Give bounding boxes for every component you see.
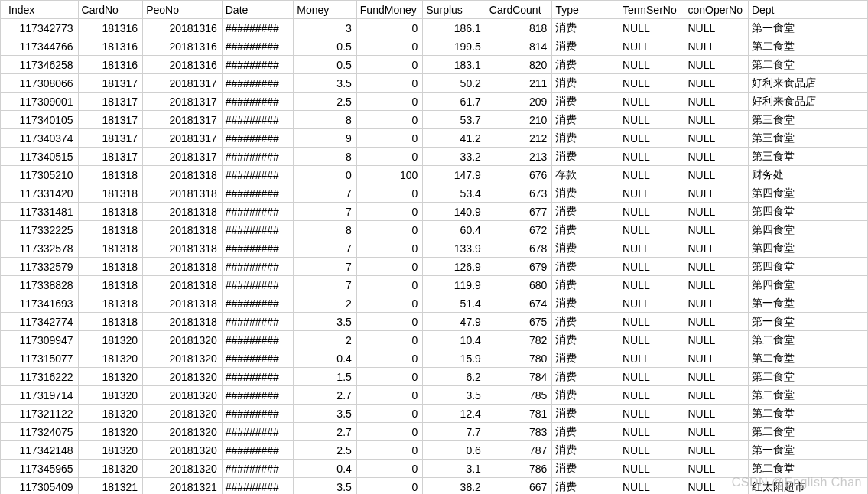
cell-date[interactable]: ######### [222,258,294,276]
cell-termserno[interactable]: NULL [619,405,684,423]
cell-termserno[interactable]: NULL [619,166,684,184]
cell-peono[interactable]: 20181320 [143,405,223,423]
cell-index[interactable]: 117315077 [5,349,79,368]
cell-fundmoney[interactable]: 0 [356,203,423,221]
cell-type[interactable]: 消费 [552,74,619,93]
cell-date[interactable]: ######### [222,423,294,441]
cell-money[interactable]: 2.7 [294,386,357,405]
cell-type[interactable]: 消费 [552,93,619,111]
cell-index[interactable]: 117344766 [5,37,79,56]
cell-index[interactable]: 117332225 [5,221,79,239]
cell-cardno[interactable]: 181320 [78,405,143,423]
cell-peono[interactable]: 20181318 [143,313,223,331]
cell-cardno[interactable]: 181317 [78,111,143,129]
cell-cardcount[interactable]: 677 [486,203,552,221]
cell-cardcount[interactable]: 818 [486,19,552,37]
cell-money[interactable]: 3.5 [294,313,357,331]
cell-type[interactable]: 消费 [552,405,619,423]
cell-date[interactable]: ######### [222,331,294,349]
cell-surplus[interactable]: 3.1 [423,460,486,478]
cell-surplus[interactable]: 41.2 [423,129,486,148]
cell-surplus[interactable]: 61.7 [423,93,486,111]
cell-termserno[interactable]: NULL [619,441,684,460]
cell-type[interactable]: 消费 [552,368,619,386]
cell-date[interactable]: ######### [222,405,294,423]
cell-money[interactable]: 0.4 [294,349,357,368]
cell-cardcount[interactable]: 678 [486,239,552,258]
cell-dept[interactable]: 第四食堂 [748,258,837,276]
cell-index[interactable]: 117341693 [5,294,79,313]
cell-cardno[interactable]: 181317 [78,129,143,148]
cell-conoperno[interactable]: NULL [684,349,749,368]
cell-index[interactable]: 117342148 [5,441,79,460]
cell-conoperno[interactable]: NULL [684,93,749,111]
cell-type[interactable]: 存款 [552,166,619,184]
table-row[interactable]: 11730900118131720181317#########2.5061.7… [1,93,868,111]
table-row[interactable]: 11734214818132020181320#########2.500.67… [1,441,868,460]
cell-date[interactable]: ######### [222,276,294,294]
cell-termserno[interactable]: NULL [619,203,684,221]
cell-conoperno[interactable]: NULL [684,331,749,349]
cell-cardno[interactable]: 181320 [78,331,143,349]
cell-surplus[interactable]: 7.7 [423,423,486,441]
cell-conoperno[interactable]: NULL [684,258,749,276]
cell-money[interactable]: 2.5 [294,441,357,460]
cell-surplus[interactable]: 0.6 [423,441,486,460]
cell-index[interactable]: 117332578 [5,239,79,258]
cell-conoperno[interactable]: NULL [684,111,749,129]
cell-index[interactable]: 117308066 [5,74,79,93]
cell-index[interactable]: 117331420 [5,184,79,203]
cell-termserno[interactable]: NULL [619,111,684,129]
column-header-termserno[interactable]: TermSerNo [619,1,684,19]
cell-type[interactable]: 消费 [552,239,619,258]
cell-type[interactable]: 消费 [552,349,619,368]
cell-peono[interactable]: 20181320 [143,331,223,349]
cell-fundmoney[interactable]: 0 [356,148,423,166]
cell-surplus[interactable]: 53.7 [423,111,486,129]
column-header-money[interactable]: Money [294,1,357,19]
table-row[interactable]: 11734037418131720181317#########9041.221… [1,129,868,148]
cell-surplus[interactable]: 15.9 [423,349,486,368]
cell-fundmoney[interactable]: 0 [356,74,423,93]
cell-money[interactable]: 0.4 [294,460,357,478]
column-header-surplus[interactable]: Surplus [423,1,486,19]
cell-peono[interactable]: 20181320 [143,368,223,386]
cell-termserno[interactable]: NULL [619,19,684,37]
cell-termserno[interactable]: NULL [619,331,684,349]
cell-fundmoney[interactable]: 0 [356,313,423,331]
cell-fundmoney[interactable]: 0 [356,93,423,111]
cell-peono[interactable]: 20181318 [143,294,223,313]
cell-type[interactable]: 消费 [552,313,619,331]
table-row[interactable]: 11733142018131820181318#########7053.467… [1,184,868,203]
cell-surplus[interactable]: 10.4 [423,331,486,349]
table-row[interactable]: 11733148118131820181318#########70140.96… [1,203,868,221]
cell-dept[interactable]: 第二食堂 [748,423,837,441]
cell-conoperno[interactable]: NULL [684,405,749,423]
cell-index[interactable]: 117338828 [5,276,79,294]
cell-money[interactable]: 0.5 [294,37,357,56]
cell-money[interactable]: 3 [294,19,357,37]
cell-peono[interactable]: 20181318 [143,184,223,203]
cell-termserno[interactable]: NULL [619,148,684,166]
cell-type[interactable]: 消费 [552,386,619,405]
cell-dept[interactable]: 第四食堂 [748,239,837,258]
cell-cardcount[interactable]: 785 [486,386,552,405]
cell-peono[interactable]: 20181318 [143,203,223,221]
table-row[interactable]: 11734169318131820181318#########2051.467… [1,294,868,313]
cell-money[interactable]: 1.5 [294,368,357,386]
cell-date[interactable]: ######### [222,349,294,368]
cell-date[interactable]: ######### [222,37,294,56]
cell-index[interactable]: 117319714 [5,386,79,405]
cell-termserno[interactable]: NULL [619,184,684,203]
cell-peono[interactable]: 20181320 [143,441,223,460]
cell-peono[interactable]: 20181317 [143,74,223,93]
cell-type[interactable]: 消费 [552,460,619,478]
cell-date[interactable]: ######### [222,184,294,203]
cell-cardcount[interactable]: 212 [486,129,552,148]
cell-cardno[interactable]: 181320 [78,349,143,368]
table-row[interactable]: 11733222518131820181318#########8060.467… [1,221,868,239]
cell-peono[interactable]: 20181318 [143,276,223,294]
cell-cardcount[interactable]: 787 [486,441,552,460]
cell-conoperno[interactable]: NULL [684,37,749,56]
cell-peono[interactable]: 20181317 [143,148,223,166]
